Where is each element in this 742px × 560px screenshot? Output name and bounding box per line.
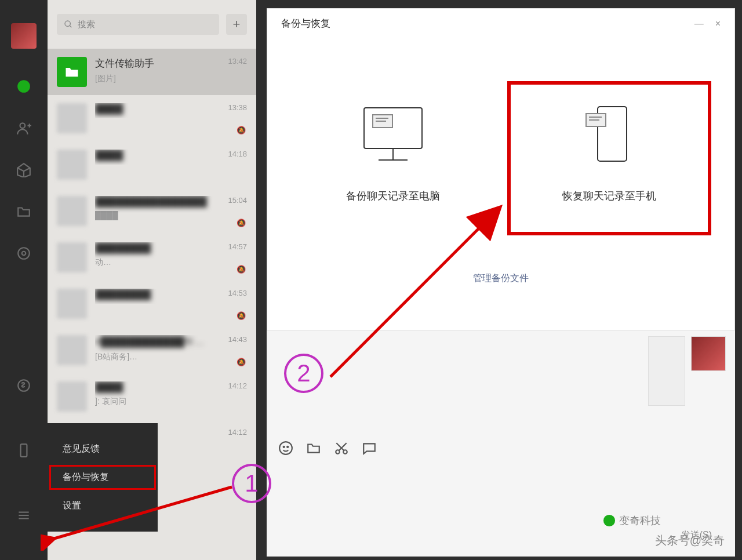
settings-item[interactable]: 设置 bbox=[48, 492, 158, 520]
chat-time: 14:57 bbox=[228, 242, 247, 251]
mute-icon: 🔕 bbox=[237, 358, 246, 366]
chat-time: 13:38 bbox=[228, 103, 247, 112]
preview-thumb[interactable] bbox=[691, 336, 726, 371]
chat-list-item[interactable]: ████ 13:38 🔕 bbox=[48, 95, 256, 141]
close-button[interactable]: × bbox=[715, 19, 721, 29]
settings-popup: 意见反馈 备份与恢复 设置 bbox=[48, 423, 158, 532]
chat-preview: 动… bbox=[95, 257, 247, 268]
moments-icon[interactable] bbox=[15, 245, 32, 262]
chat-list-item[interactable]: ████████ 动… 14:57 🔕 bbox=[48, 234, 256, 281]
add-button[interactable]: + bbox=[226, 14, 247, 35]
chat-input-area: 发送(S) bbox=[267, 330, 735, 557]
chat-avatar bbox=[57, 150, 87, 180]
computer-icon bbox=[300, 96, 486, 172]
folder-icon[interactable] bbox=[306, 441, 321, 456]
chat-list-item[interactable]: 文件传输助手 [图片] 13:42 bbox=[48, 49, 256, 95]
chat-name: ████ bbox=[95, 150, 247, 161]
chat-avatar bbox=[57, 289, 87, 319]
svg-point-11 bbox=[65, 21, 70, 26]
chat-avatar bbox=[57, 242, 87, 272]
minimize-button[interactable]: — bbox=[694, 19, 704, 29]
chat-preview: [图片] bbox=[95, 74, 247, 84]
chat-icon[interactable] bbox=[15, 78, 32, 95]
menu-icon[interactable] bbox=[15, 507, 32, 524]
phone-restore-icon bbox=[517, 96, 702, 172]
svg-line-12 bbox=[70, 26, 71, 27]
manage-backup-link[interactable]: 管理备份文件 bbox=[267, 255, 734, 302]
mute-icon: 🔕 bbox=[237, 219, 246, 227]
annotation-marker-2: 2 bbox=[284, 354, 323, 393]
restore-to-phone-option[interactable]: 恢复聊天记录至手机 bbox=[511, 85, 708, 232]
input-toolbar bbox=[278, 441, 377, 456]
chat-preview: ]: 哀问问 bbox=[95, 397, 247, 407]
chat-list-item[interactable]: ████ 14:18 bbox=[48, 141, 256, 188]
chat-name: 文件传输助手 bbox=[95, 57, 247, 70]
user-avatar[interactable] bbox=[11, 23, 37, 49]
chat-time: 14:12 bbox=[228, 428, 247, 437]
backup-pc-label: 备份聊天记录至电脑 bbox=[300, 189, 486, 203]
app-sidebar bbox=[0, 0, 48, 560]
chat-avatar bbox=[57, 335, 87, 365]
mute-icon: 🔕 bbox=[237, 265, 246, 274]
scissors-icon[interactable] bbox=[334, 441, 349, 456]
feedback-item[interactable]: 意见反馈 bbox=[48, 435, 158, 463]
search-placeholder: 搜索 bbox=[78, 19, 95, 30]
svg-point-24 bbox=[283, 446, 285, 448]
watermark-top: 变奇科技 bbox=[603, 514, 661, 528]
restore-phone-label: 恢复聊天记录至手机 bbox=[517, 189, 702, 203]
chat-avatar bbox=[57, 103, 87, 133]
message-icon[interactable] bbox=[362, 441, 377, 456]
chat-list-item[interactable]: ████████████████ ████ 15:04 🔕 bbox=[48, 188, 256, 234]
chat-list-item[interactable]: ████████ 14:53 🔕 bbox=[48, 281, 256, 327]
chat-avatar bbox=[57, 196, 87, 226]
svg-point-23 bbox=[279, 442, 292, 454]
svg-point-25 bbox=[287, 446, 288, 448]
search-input[interactable]: 搜索 bbox=[57, 14, 219, 35]
chat-name: ████ bbox=[95, 103, 247, 115]
contacts-icon[interactable] bbox=[15, 119, 32, 137]
mute-icon: 🔕 bbox=[237, 311, 246, 320]
chat-name: ████████ bbox=[95, 242, 247, 254]
chat-avatar bbox=[57, 57, 87, 87]
chat-time: 14:18 bbox=[228, 150, 247, 158]
backup-restore-item[interactable]: 备份与恢复 bbox=[48, 463, 158, 492]
miniprogram-icon[interactable] bbox=[15, 377, 32, 394]
backup-to-pc-option[interactable]: 备份聊天记录至电脑 bbox=[294, 85, 492, 232]
chat-preview: ████ bbox=[95, 211, 247, 220]
chat-name: ████████████████ bbox=[95, 196, 247, 208]
preview-thumb[interactable] bbox=[648, 336, 685, 406]
chat-name: #████████████年… bbox=[95, 335, 247, 348]
annotation-marker-1: 1 bbox=[232, 464, 271, 503]
dialog-title: 备份与恢复 bbox=[281, 17, 330, 30]
chat-time: 13:42 bbox=[228, 57, 247, 66]
phone-icon[interactable] bbox=[15, 442, 32, 459]
favorites-icon[interactable] bbox=[15, 161, 32, 179]
svg-point-4 bbox=[18, 248, 30, 259]
chat-name: ████████ bbox=[95, 289, 247, 300]
chat-list-item[interactable]: ████ ]: 哀问问 14:12 bbox=[48, 373, 256, 420]
watermark-bottom: 头条号@奕奇 bbox=[655, 533, 725, 548]
chat-preview: [B站商务]… bbox=[95, 352, 247, 362]
chat-list-item[interactable]: #████████████年… [B站商务]… 14:43 🔕 bbox=[48, 327, 256, 373]
emoji-icon[interactable] bbox=[278, 441, 293, 456]
chat-avatar bbox=[57, 381, 87, 412]
chat-time: 14:12 bbox=[228, 381, 247, 390]
chat-time: 15:04 bbox=[228, 196, 247, 205]
svg-rect-7 bbox=[21, 444, 27, 457]
svg-point-5 bbox=[22, 252, 26, 256]
mute-icon: 🔕 bbox=[237, 126, 246, 134]
svg-point-32 bbox=[603, 515, 615, 526]
files-icon[interactable] bbox=[15, 203, 32, 220]
chat-name: ████ bbox=[95, 381, 247, 393]
svg-point-6 bbox=[18, 380, 30, 391]
svg-point-1 bbox=[20, 123, 26, 128]
backup-restore-dialog: 备份与恢复 — × 备份聊天记录至电脑 bbox=[267, 8, 735, 330]
chat-time: 14:53 bbox=[228, 289, 247, 297]
svg-point-0 bbox=[17, 80, 30, 93]
chat-time: 14:43 bbox=[228, 335, 247, 344]
